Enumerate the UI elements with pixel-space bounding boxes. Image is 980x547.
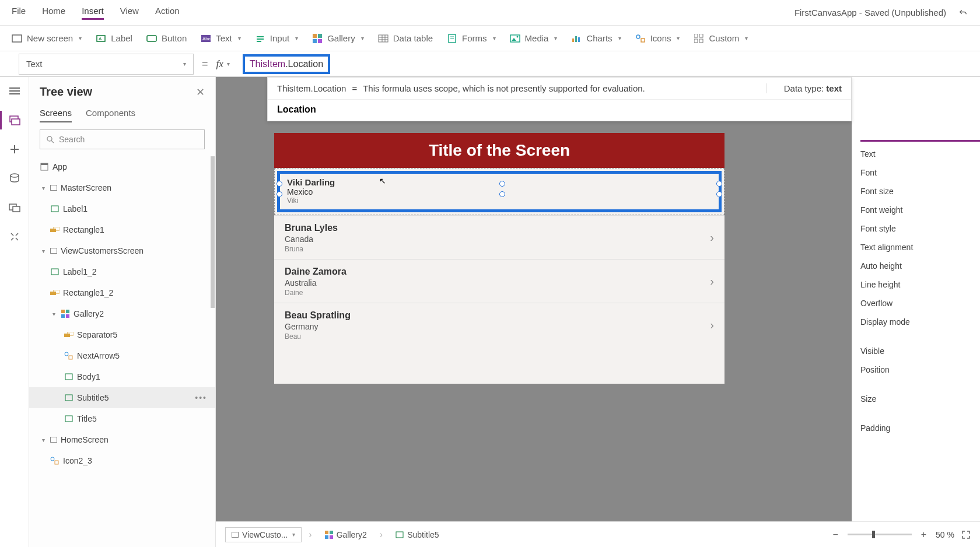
gallery-item[interactable]: Beau Spratling Germany Beau › bbox=[274, 303, 724, 346]
resize-handle[interactable] bbox=[716, 181, 722, 187]
chevron-down-icon[interactable]: ▾ bbox=[40, 185, 47, 191]
input-icon bbox=[255, 33, 265, 44]
ribbon-text[interactable]: Abc Text▾ bbox=[201, 33, 241, 44]
hamburger-icon[interactable] bbox=[8, 84, 22, 98]
menu-action[interactable]: Action bbox=[155, 6, 180, 20]
ribbon-custom[interactable]: Custom▾ bbox=[694, 33, 748, 44]
fit-to-screen-icon[interactable] bbox=[961, 530, 971, 539]
search-input[interactable]: Search bbox=[40, 129, 205, 149]
chevron-down-icon[interactable]: ▾ bbox=[40, 437, 47, 443]
prop-text[interactable]: Text bbox=[852, 145, 980, 163]
gallery-template[interactable]: Viki Darling Mexico Viki ↖ bbox=[274, 168, 724, 215]
tree-node-separator5[interactable]: Separator5 bbox=[29, 324, 215, 345]
menu-home[interactable]: Home bbox=[42, 6, 65, 20]
ribbon-icons[interactable]: Icons▾ bbox=[635, 33, 680, 44]
tree-node-homescreen[interactable]: ▾ HomeScreen bbox=[29, 429, 215, 450]
zoom-slider[interactable] bbox=[848, 534, 912, 535]
chevron-right-icon[interactable]: › bbox=[710, 275, 714, 288]
tree-node-viewcustomers[interactable]: ▾ ViewCustomersScreen bbox=[29, 240, 215, 261]
intel-suggestion[interactable]: Location bbox=[268, 99, 851, 121]
gallery-item-selected[interactable]: Viki Darling Mexico Viki ↖ bbox=[277, 171, 722, 212]
prop-line-height[interactable]: Line height bbox=[852, 275, 980, 294]
chevron-right-icon[interactable]: › bbox=[710, 318, 714, 332]
tree-node-label1[interactable]: Label1 bbox=[29, 198, 215, 219]
zoom-out-button[interactable]: − bbox=[830, 530, 840, 540]
tree-node-nextarrow5[interactable]: NextArrow5 bbox=[29, 345, 215, 366]
gallery-item[interactable]: Bruna Lyles Canada Bruna › bbox=[274, 215, 724, 259]
svg-rect-53 bbox=[61, 310, 65, 313]
menu-view[interactable]: View bbox=[120, 6, 139, 20]
ribbon-input[interactable]: Input▾ bbox=[255, 33, 298, 44]
resize-handle[interactable] bbox=[276, 191, 282, 197]
ribbon-new-screen[interactable]: New screen▾ bbox=[12, 33, 82, 44]
item-sub: Viki bbox=[287, 197, 712, 205]
ribbon-charts[interactable]: Charts▾ bbox=[571, 33, 621, 44]
screen-icon bbox=[232, 532, 239, 538]
gallery-item[interactable]: Daine Zamora Australia Daine › bbox=[274, 259, 724, 303]
prop-font-weight[interactable]: Font weight bbox=[852, 201, 980, 219]
prop-size[interactable]: Size bbox=[852, 390, 980, 408]
media-rail-icon[interactable] bbox=[8, 201, 22, 215]
prop-overflow[interactable]: Overflow bbox=[852, 294, 980, 313]
property-selector[interactable]: Text▾ bbox=[19, 54, 194, 75]
chevron-down-icon[interactable]: ▾ bbox=[40, 248, 47, 254]
resize-handle[interactable] bbox=[499, 181, 505, 187]
close-icon[interactable]: ✕ bbox=[196, 86, 205, 99]
tree-node-gallery2[interactable]: ▾ Gallery2 bbox=[29, 303, 215, 324]
prop-visible[interactable]: Visible bbox=[852, 342, 980, 360]
tab-screens[interactable]: Screens bbox=[40, 108, 72, 122]
chevron-right-icon[interactable]: › bbox=[710, 231, 714, 244]
ribbon-button[interactable]: Button bbox=[146, 33, 187, 44]
screen-title-bar[interactable]: Title of the Screen bbox=[274, 133, 724, 168]
ribbon-forms[interactable]: Forms▾ bbox=[447, 33, 496, 44]
insert-plus-icon[interactable] bbox=[8, 142, 22, 156]
tab-components[interactable]: Components bbox=[86, 108, 135, 122]
tree-node-rectangle1-2[interactable]: Rectangle1_2 bbox=[29, 282, 215, 303]
svg-point-43 bbox=[47, 136, 52, 141]
resize-handle[interactable] bbox=[276, 181, 282, 187]
prop-text-align[interactable]: Text alignment bbox=[852, 238, 980, 257]
resize-handle[interactable] bbox=[716, 191, 722, 197]
prop-display-mode[interactable]: Display mode bbox=[852, 313, 980, 331]
menu-insert[interactable]: Insert bbox=[82, 6, 104, 20]
prop-font-size[interactable]: Font size bbox=[852, 182, 980, 201]
ribbon-label[interactable]: A Label bbox=[96, 33, 132, 44]
ribbon-data-table[interactable]: Data table bbox=[378, 33, 433, 44]
prop-font-style[interactable]: Font style bbox=[852, 219, 980, 238]
fx-icon[interactable]: fx bbox=[216, 58, 227, 70]
fx-expand-icon[interactable]: ▾ bbox=[227, 61, 236, 67]
tree-node-subtitle5[interactable]: Subtitle5 ••• bbox=[29, 387, 215, 408]
screen-preview[interactable]: Title of the Screen Viki Darling Mexico … bbox=[274, 133, 724, 384]
app-title: FirstCanvasApp - Saved (Unpublished) bbox=[794, 8, 946, 17]
prop-auto-height[interactable]: Auto height bbox=[852, 257, 980, 275]
formula-input[interactable]: ThisItem.Location bbox=[236, 54, 980, 75]
label-icon bbox=[50, 204, 60, 213]
tree-node-label1-2[interactable]: Label1_2 bbox=[29, 261, 215, 282]
zoom-in-button[interactable]: + bbox=[919, 530, 929, 540]
breadcrumb-subtitle[interactable]: Subtitle5 bbox=[390, 528, 444, 542]
prop-font[interactable]: Font bbox=[852, 163, 980, 182]
breadcrumb-screen[interactable]: ViewCusto... ▾ bbox=[225, 527, 302, 542]
tools-icon[interactable] bbox=[8, 230, 22, 244]
resize-handle[interactable] bbox=[499, 191, 505, 197]
more-icon[interactable]: ••• bbox=[195, 393, 207, 402]
tree-node-masterscreen[interactable]: ▾ MasterScreen bbox=[29, 177, 215, 198]
undo-icon[interactable] bbox=[958, 8, 968, 18]
ribbon-media[interactable]: Media▾ bbox=[510, 33, 558, 44]
tree-node-title5[interactable]: Title5 bbox=[29, 408, 215, 429]
menu-file[interactable]: File bbox=[12, 6, 26, 20]
canvas-area[interactable]: Title of the Screen Viki Darling Mexico … bbox=[216, 77, 852, 521]
tree-node-body1[interactable]: Body1 bbox=[29, 366, 215, 387]
chevron-down-icon[interactable]: ▾ bbox=[50, 311, 57, 317]
data-icon[interactable] bbox=[8, 171, 22, 185]
scrollbar-thumb[interactable] bbox=[211, 156, 215, 308]
tree-node-rectangle1[interactable]: Rectangle1 bbox=[29, 219, 215, 240]
tree-view-icon[interactable] bbox=[8, 113, 22, 127]
chevron-down-icon[interactable]: ▾ bbox=[292, 531, 295, 538]
breadcrumb-gallery[interactable]: Gallery2 bbox=[319, 528, 373, 542]
ribbon-gallery[interactable]: Gallery▾ bbox=[312, 33, 364, 44]
tree-node-icon2-3[interactable]: Icon2_3 bbox=[29, 450, 215, 471]
prop-position[interactable]: Position bbox=[852, 360, 980, 379]
tree-node-app[interactable]: App bbox=[29, 156, 215, 177]
prop-padding[interactable]: Padding bbox=[852, 419, 980, 437]
